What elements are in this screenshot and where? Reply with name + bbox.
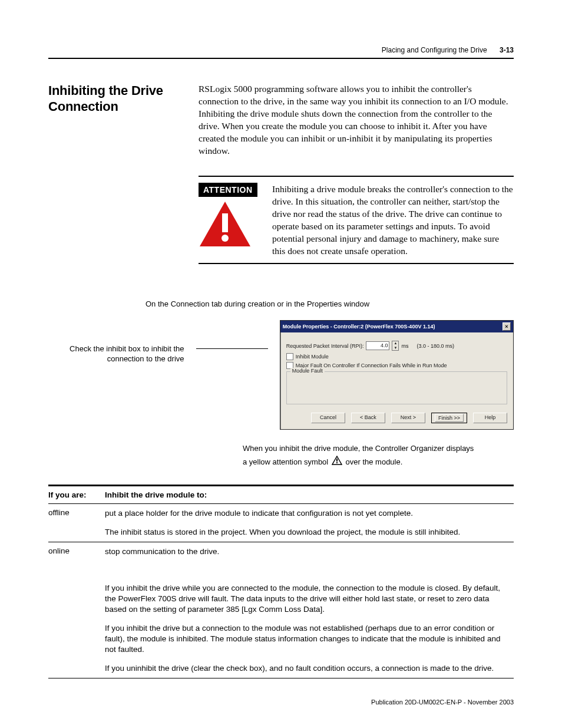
- post-dialog-line2a: a yellow attention symbol: [243, 457, 328, 466]
- connection-tab-caption: On the Connection tab during creation or…: [146, 299, 514, 308]
- publication-footer: Publication 20D-UM002C-EN-P - November 2…: [371, 699, 514, 706]
- module-fault-legend: Module Fault: [290, 368, 325, 374]
- intro-paragraph: RSLogix 5000 programming software allows…: [199, 83, 514, 157]
- finish-button[interactable]: Finish >>: [431, 413, 467, 423]
- header-rule: [48, 58, 514, 59]
- attention-label: ATTENTION: [199, 183, 257, 197]
- post-dialog-line1: When you inhibit the drive module, the C…: [243, 442, 514, 455]
- dialog-titlebar: Module Properties - Controller:2 (PowerF…: [280, 321, 513, 332]
- svg-rect-4: [336, 459, 338, 462]
- svg-rect-5: [336, 462, 338, 463]
- table-row: online stop communication to the drive. …: [48, 542, 514, 678]
- section-heading: Inhibiting the Drive Connection: [48, 83, 187, 114]
- post-dialog-line2b: over the module.: [346, 457, 403, 466]
- svg-rect-1: [222, 213, 228, 232]
- rpi-input[interactable]: 4.0: [366, 341, 389, 350]
- table-row1-c2: stop communication to the drive. If you …: [105, 542, 514, 678]
- intro-block: Inhibiting the Drive Connection RSLogix …: [48, 83, 514, 264]
- help-button[interactable]: Help: [473, 413, 507, 423]
- running-header: Placing and Configuring the Drive 3-13: [48, 46, 514, 54]
- next-button[interactable]: Next >: [391, 413, 425, 423]
- warning-icon: [199, 200, 266, 250]
- rpi-row: Requested Packet Interval (RPI): 4.0 ▲▼ …: [286, 341, 507, 351]
- close-icon[interactable]: ×: [503, 322, 511, 331]
- page-number: 3-13: [500, 46, 514, 54]
- cancel-button[interactable]: Cancel: [311, 413, 345, 423]
- inhibit-checkbox-label: Inhibit Module: [296, 354, 329, 360]
- table-row0-c2: put a place holder for the drive module …: [105, 504, 514, 542]
- table-row1-c1: online: [48, 542, 105, 678]
- attention-symbol-icon: [332, 456, 342, 469]
- attention-text: Inhibiting a drive module breaks the con…: [266, 183, 514, 257]
- rpi-stepper[interactable]: ▲▼: [392, 341, 399, 351]
- running-title: Placing and Configuring the Drive: [382, 46, 487, 54]
- table-row: offline put a place holder for the drive…: [48, 504, 514, 542]
- callout-leader-line: [196, 348, 268, 349]
- post-dialog-note: When you inhibit the drive module, the C…: [243, 442, 514, 469]
- rpi-range: (3.0 - 180.0 ms): [416, 343, 454, 349]
- svg-point-2: [222, 235, 229, 242]
- inhibit-usage-table: If you are: Inhibit the drive module to:…: [48, 485, 514, 678]
- inhibit-checkbox[interactable]: [286, 353, 293, 360]
- back-button[interactable]: < Back: [351, 413, 385, 423]
- table-row0-c1: offline: [48, 504, 105, 542]
- rpi-label: Requested Packet Interval (RPI):: [286, 343, 364, 349]
- module-fault-groupbox: Module Fault: [286, 371, 507, 404]
- attention-block: ATTENTION Inhibiting a drive module brea…: [199, 176, 514, 264]
- rpi-unit: ms: [401, 343, 408, 349]
- dialog-title-text: Module Properties - Controller:2 (PowerF…: [283, 324, 435, 330]
- inhibit-callout: Check the inhibit box to inhibit the con…: [48, 320, 184, 364]
- table-head-c2: Inhibit the drive module to:: [105, 486, 514, 504]
- module-properties-dialog: Module Properties - Controller:2 (PowerF…: [280, 320, 514, 430]
- table-head-c1: If you are:: [48, 486, 105, 504]
